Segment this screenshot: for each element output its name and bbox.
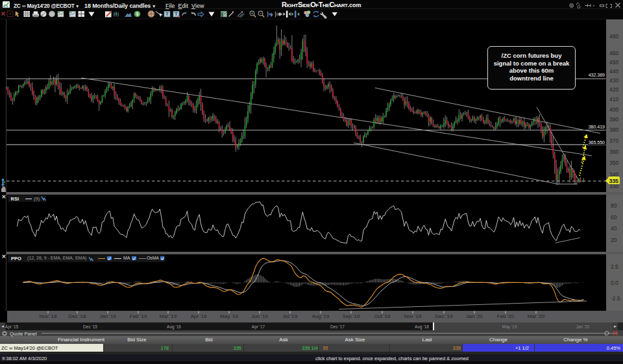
svg-text:T: T	[165, 12, 169, 16]
svg-text:T: T	[175, 12, 178, 16]
